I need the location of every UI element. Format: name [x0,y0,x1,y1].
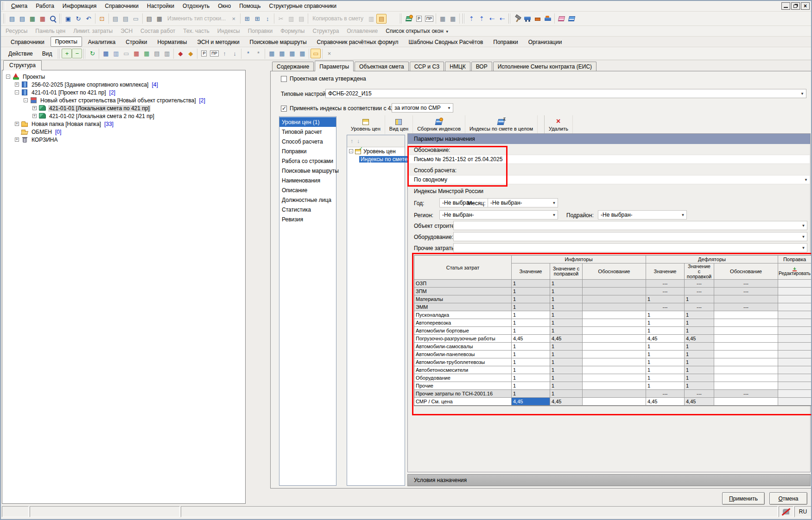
equipment-combo[interactable]: ▼ [453,232,807,241]
other-costs-combo[interactable]: ▼ [453,243,807,252]
move-up-icon[interactable]: ↑ [219,49,229,58]
cell-ij[interactable] [583,327,646,335]
subregion-combo[interactable]: -Не выбран-▼ [598,210,687,219]
apply-mode-combo[interactable]: за итогом по СМР ▼ [392,103,453,113]
collapse-toggle[interactable]: - [15,90,19,94]
change-row-type-label[interactable]: Изменить тип строки... [165,15,228,22]
cell-ia[interactable]: 4,45 [550,398,583,406]
cell-dj[interactable] [714,295,778,303]
cell-ij[interactable] [583,351,646,358]
tab-исполнение-сметы-контракта-еис[interactable]: Исполнение Сметы контракта (ЕИС) [493,62,596,71]
cell-dv[interactable]: 1 [646,319,685,327]
tab-поисковые-маршруты[interactable]: Поисковые маршруты [246,38,311,47]
chevron-down-icon[interactable]: ▼ [445,106,453,110]
menu-item-помощь[interactable]: Помощь [235,1,265,11]
menu-item-настройки[interactable]: Настройки [143,1,178,11]
settings-section-типовой-расчет[interactable]: Типовой расчет [279,127,336,137]
cell-iv[interactable]: 1 [512,374,550,382]
structure-tree-icon[interactable]: ▤ [7,14,17,24]
menu-item-структурные-справочники[interactable]: Структурные справочники [265,1,341,11]
cell-iv[interactable]: 1 [512,311,550,319]
calc-method-combo[interactable]: По сводному ▼ [408,175,810,184]
clear-row-type-icon[interactable]: × [228,14,239,24]
cell-dj[interactable] [714,358,778,366]
индексы-по-смете-в-целом-button[interactable]: Индексы по смете в целом [465,115,538,134]
cell-iv[interactable]: 1 [512,390,550,398]
tab-сср-и-сз[interactable]: ССР и СЗ [410,62,444,71]
cell-iv[interactable]: 1 [512,288,550,295]
price-p-small-icon[interactable]: P [199,49,209,58]
recalc-gear-icon[interactable]: * [243,49,253,58]
price-pr-icon[interactable]: ПР [424,14,434,24]
cell-correction[interactable] [778,311,812,319]
cell-dj[interactable]: --- [714,303,778,311]
tab-проекты[interactable]: Проекты [51,37,82,47]
copy-to-estimate-label[interactable]: Копировать в смету [310,15,366,22]
cut-icon[interactable]: ✂ [276,14,286,24]
chevron-down-icon[interactable]: ▼ [551,201,558,205]
cell-dj[interactable] [714,366,778,374]
chevron-down-icon[interactable]: ▼ [802,178,810,182]
collapse-toggle[interactable]: - [6,75,10,79]
panel-link-структура[interactable]: Структура [312,28,339,34]
cell-iv[interactable]: 1 [512,280,550,288]
cell-iv[interactable]: 4,45 [512,335,550,343]
cell-ia[interactable]: 1 [550,303,583,311]
tree-item[interactable]: +ОБМЕН[0] [2,128,245,136]
cell-iv[interactable]: 1 [512,351,550,358]
settings-section-должностные-лица[interactable]: Должностные лица [279,195,336,205]
toolbar-grip[interactable] [59,13,62,24]
cell-ia[interactable]: 1 [550,351,583,358]
construction-object-combo[interactable]: ▼ [453,221,807,230]
expand-toggle[interactable]: + [15,122,19,126]
cell-iv[interactable]: 1 [512,327,550,335]
cell-ia[interactable]: 4,45 [550,335,583,343]
cell-ij[interactable] [583,319,646,327]
cell-correction[interactable] [778,335,812,343]
settings-section-статистика[interactable]: Статистика [279,205,336,214]
move-down-icon[interactable]: ↓ [229,49,240,58]
tree-item[interactable]: +421-01-02 [Локальная смета 2 по 421 пр] [2,112,245,120]
expand-toggle[interactable]: + [15,138,19,142]
cell-dv[interactable]: 1 [646,295,685,303]
table-edit-icon[interactable]: ▦ [438,14,448,24]
cell-dj[interactable] [714,351,778,358]
row-type-gear-icon[interactable]: ▤ [121,14,131,24]
cell-ij[interactable] [583,390,646,398]
pin-window-icon[interactable]: ⊡ [97,14,107,24]
menu-действие[interactable]: Действие [4,49,38,58]
cell-dj[interactable] [714,311,778,319]
tab-аналитика[interactable]: Аналитика [84,38,120,47]
вид-цен-button[interactable]: Вид цен [385,115,413,134]
cell-dj[interactable]: --- [714,288,778,295]
cell-correction[interactable] [778,295,812,303]
expand-toggle[interactable]: + [15,82,19,87]
restore-button[interactable] [791,2,800,10]
cancel-button[interactable]: Отмена [769,492,807,505]
exchange-in-icon[interactable]: ▦ [266,49,277,58]
tab-нормативы[interactable]: Нормативы [153,38,191,47]
cell-correction[interactable] [778,303,812,311]
cell-dj[interactable] [714,374,778,382]
chevron-down-icon[interactable]: ▼ [551,213,558,217]
toolbar-grip[interactable] [3,13,6,24]
region-combo[interactable]: -Не выбран-▼ [439,210,558,219]
norm-base-icon[interactable] [404,14,414,24]
materials-bricks-icon[interactable] [533,14,543,24]
tree-item[interactable]: +421-01-01 [Локальная смета по 421 пр] [2,104,245,112]
refresh-tree-icon[interactable]: ↻ [87,49,97,58]
cell-da[interactable]: 1 [685,311,714,319]
cell-da[interactable]: --- [685,303,714,311]
cell-da[interactable]: --- [685,390,714,398]
level-tree-parent[interactable]: Уровень цен [363,148,396,155]
cell-da[interactable]: --- [685,288,714,295]
cell-da[interactable]: 1 [685,295,714,303]
cell-correction[interactable] [778,366,812,374]
cell-ij[interactable] [583,295,646,303]
cell-correction[interactable] [778,288,812,295]
collapse-toggle[interactable]: - [349,149,353,153]
cell-ij[interactable] [583,358,646,366]
settings-section-работа-со-строками[interactable]: Работа со строками [279,156,336,166]
tree-item[interactable]: +Новая папка [Новая папка][33] [2,120,245,128]
level-left-icon[interactable]: ⇠ [487,14,497,24]
